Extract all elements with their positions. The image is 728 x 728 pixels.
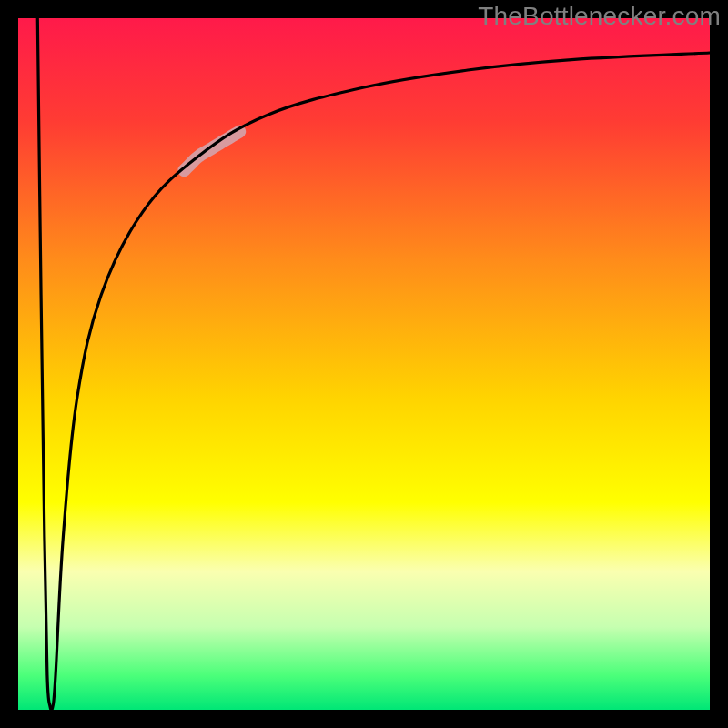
watermark-text: TheBottlenecker.com bbox=[478, 2, 721, 31]
bottleneck-chart bbox=[0, 0, 728, 728]
chart-container: TheBottlenecker.com bbox=[0, 0, 728, 728]
chart-plot-background bbox=[18, 18, 710, 710]
